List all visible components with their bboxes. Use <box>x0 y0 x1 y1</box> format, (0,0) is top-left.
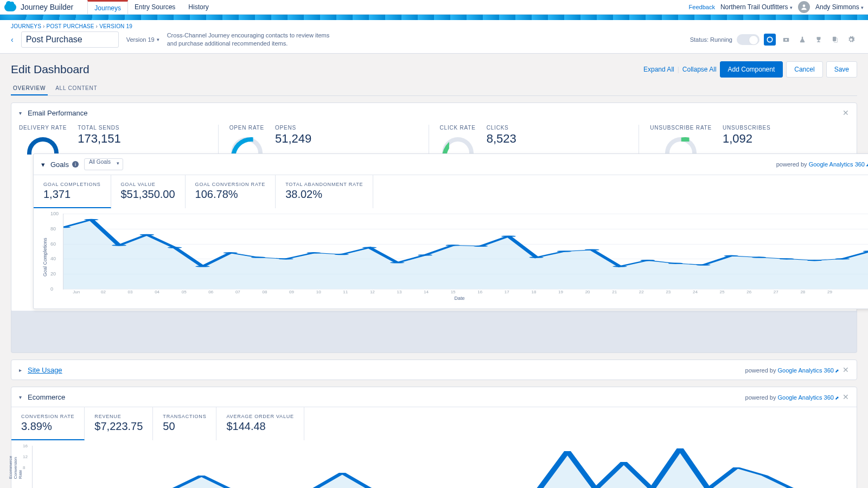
ga-link[interactable]: Google Analytics 360 <box>778 367 834 374</box>
chevron-right-icon[interactable]: ▸ <box>19 367 24 373</box>
metric-abandonment[interactable]: TOTAL ABANDONMENT RATE38.02% <box>276 175 373 208</box>
goals-title: Goalsi <box>50 160 79 169</box>
open-rate-gauge <box>231 137 263 155</box>
add-component-button[interactable]: Add Component <box>720 61 783 78</box>
feedback-link[interactable]: Feedback <box>689 4 715 10</box>
card-title: Email Performance <box>28 109 88 117</box>
svg-point-13 <box>251 256 266 258</box>
caret-down-icon: ▾ <box>790 5 793 10</box>
chart-ylabel: Goal Completions <box>41 214 49 301</box>
powered-by: powered by Google Analytics 360⬈ ✕ <box>745 393 849 401</box>
click-rate-gauge <box>442 137 474 155</box>
gear-icon[interactable] <box>845 34 857 46</box>
external-link-icon: ⬈ <box>835 395 839 401</box>
svg-point-27 <box>640 260 655 261</box>
metric-transactions[interactable]: TRANSACTIONS50 <box>153 407 216 440</box>
card-dropzone[interactable] <box>11 311 857 353</box>
goals-dropdown[interactable]: All Goals <box>84 158 123 170</box>
svg-point-8 <box>112 245 126 246</box>
svg-point-23 <box>529 256 544 258</box>
external-link-icon: ⬈ <box>866 162 868 168</box>
svg-point-12 <box>223 252 238 254</box>
chart-xlabel: Date <box>49 296 868 301</box>
chevron-down-icon[interactable]: ▾ <box>19 110 24 116</box>
nav-tab-journeys[interactable]: Journeys <box>87 0 128 14</box>
ga-link[interactable]: Google Analytics 360 <box>809 161 865 168</box>
wave-banner <box>0 15 868 20</box>
svg-point-15 <box>307 252 321 254</box>
tab-overview[interactable]: OVERVIEW <box>11 82 48 95</box>
svg-point-31 <box>752 256 767 258</box>
svg-point-28 <box>668 262 683 264</box>
delivery-rate-label: DELIVERY RATE <box>19 125 67 131</box>
metric-goal-completions[interactable]: GOAL COMPLETIONS1,371 <box>34 175 111 208</box>
metric-goal-conversion[interactable]: GOAL CONVERSION RATE106.78% <box>186 175 276 208</box>
nav-tabs: Journeys Entry Sources History <box>87 0 215 14</box>
status-toggle[interactable] <box>737 34 760 45</box>
nav-tab-history[interactable]: History <box>182 0 215 14</box>
tab-all-content[interactable]: ALL CONTENT <box>53 82 99 95</box>
info-icon[interactable]: i <box>72 161 79 168</box>
app-brand: Journey Builder <box>21 3 73 11</box>
chevron-down-icon[interactable]: ▾ <box>41 160 45 169</box>
close-icon[interactable]: ✕ <box>843 108 849 117</box>
ecom-chart: 16128 <box>32 446 849 488</box>
journey-name-input[interactable] <box>21 31 119 48</box>
svg-point-25 <box>585 249 599 251</box>
back-chevron-icon[interactable]: ‹ <box>11 35 14 44</box>
site-usage-title[interactable]: Site Usage <box>28 366 62 374</box>
page-title: Edit Dashboard <box>11 63 90 76</box>
goal-metrics: GOAL COMPLETIONS1,371 GOAL VALUE$51,350.… <box>34 175 868 208</box>
powered-by: powered by Google Analytics 360⬈ <box>776 161 868 168</box>
svg-rect-4 <box>833 37 836 41</box>
svg-point-35 <box>863 251 868 252</box>
ecom-metrics: CONVERSION RATE3.89% REVENUE$7,223.75 TR… <box>11 407 857 440</box>
svg-point-32 <box>780 258 794 260</box>
version-selector[interactable]: Version 19▾ <box>126 36 159 43</box>
email-performance-card: ▾ Email Performance ✕ DELIVERY RATE TOTA… <box>11 102 857 312</box>
svg-point-21 <box>474 246 488 247</box>
journey-description: Cross-Channel Journey encouraging contac… <box>167 31 335 48</box>
ecom-ylabel: Ecommerce Conversion Rate <box>8 456 23 479</box>
svg-point-19 <box>418 254 432 256</box>
goal-trophy-icon[interactable] <box>813 34 825 46</box>
save-button[interactable]: Save <box>826 61 857 78</box>
dashboard-view-icon[interactable] <box>764 34 776 46</box>
metric-goal-value[interactable]: GOAL VALUE$51,350.00 <box>111 175 186 208</box>
cancel-button[interactable]: Cancel <box>786 61 822 78</box>
chevron-down-icon[interactable]: ▾ <box>19 394 24 400</box>
open-rate-label: OPEN RATE <box>229 125 264 131</box>
org-picker[interactable]: Northern Trail Outfitters ▾ <box>720 3 793 11</box>
expand-all-link[interactable]: Expand All <box>643 66 674 73</box>
dashboard-tabs: OVERVIEW ALL CONTENT <box>11 82 857 96</box>
delivery-rate-gauge <box>27 137 59 155</box>
metric-conv-rate[interactable]: CONVERSION RATE3.89% <box>11 407 85 440</box>
metric-revenue[interactable]: REVENUE$7,223.75 <box>85 407 153 440</box>
copy-icon[interactable] <box>829 34 841 46</box>
metric-aov[interactable]: AVERAGE ORDER VALUE$144.48 <box>216 407 304 440</box>
ga-link[interactable]: Google Analytics 360 <box>778 394 834 401</box>
caret-down-icon: ▾ <box>861 5 864 10</box>
collapse-all-link[interactable]: Collapse All <box>682 66 717 73</box>
status-label: Status: Running <box>690 36 732 43</box>
user-menu[interactable]: Andy Simmons ▾ <box>815 3 864 11</box>
svg-point-22 <box>501 235 516 237</box>
unsub-rate-gauge <box>665 137 697 155</box>
site-usage-card: ▸ Site Usage powered by Google Analytics… <box>11 359 857 380</box>
close-icon[interactable]: ✕ <box>843 365 849 374</box>
svg-point-17 <box>362 247 377 248</box>
breadcrumb[interactable]: JOURNEYS›POST PURCHASE›VERSION 19 <box>11 23 857 29</box>
goals-chart: Goal Completions 020406080100 Jun0203040… <box>34 208 868 309</box>
journey-header: JOURNEYS›POST PURCHASE›VERSION 19 ‹ Vers… <box>0 20 868 54</box>
test-icon[interactable] <box>796 34 808 46</box>
close-icon[interactable]: ✕ <box>843 393 849 401</box>
nav-tab-entry-sources[interactable]: Entry Sources <box>128 0 182 14</box>
powered-by: powered by Google Analytics 360⬈ ✕ <box>745 365 849 374</box>
svg-point-3 <box>785 39 787 41</box>
click-rate-label: CLICK RATE <box>440 125 476 131</box>
user-avatar-icon[interactable] <box>798 1 810 13</box>
camera-icon[interactable] <box>780 34 792 46</box>
svg-point-0 <box>803 4 806 7</box>
svg-point-14 <box>279 258 293 260</box>
ecommerce-title: Ecommerce <box>28 393 65 401</box>
